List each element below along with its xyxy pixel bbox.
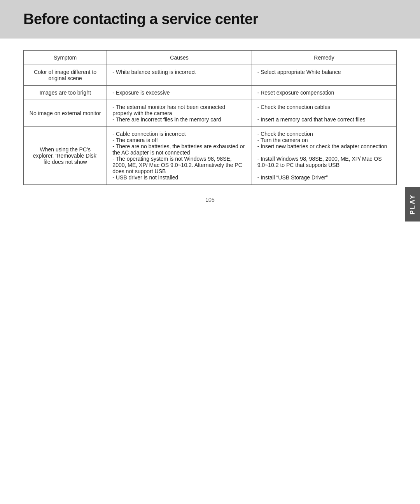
table-row: When using the PC’s explorer, ‘Removable… [24, 127, 397, 185]
remedy-cell: - Select appropriate White balance [252, 65, 396, 86]
page-header: Before contacting a service center [0, 0, 420, 39]
header-causes: Causes [107, 51, 252, 65]
table-row: No image on external monitor- The extern… [24, 100, 397, 127]
symptom-cell: When using the PC’s explorer, ‘Removable… [24, 127, 107, 185]
header-remedy: Remedy [252, 51, 396, 65]
remedy-cell: - Reset exposure compensation [252, 86, 396, 100]
table-header-row: Symptom Causes Remedy [24, 51, 397, 65]
symptom-cell: Images are too bright [24, 86, 107, 100]
main-content: Symptom Causes Remedy Color of image dif… [0, 50, 420, 185]
service-table: Symptom Causes Remedy Color of image dif… [23, 50, 397, 185]
remedy-cell: - Check the connection - Turn the camera… [252, 127, 396, 185]
header-symptom: Symptom [24, 51, 107, 65]
table-row: Images are too bright- Exposure is exces… [24, 86, 397, 100]
causes-cell: - Exposure is excessive [107, 86, 252, 100]
causes-cell: - Cable connection is incorrect - The ca… [107, 127, 252, 185]
causes-cell: - The external monitor has not been conn… [107, 100, 252, 127]
page-title: Before contacting a service center [23, 11, 397, 28]
page-number: 105 [0, 197, 420, 203]
table-row: Color of image different to original sce… [24, 65, 397, 86]
symptom-cell: No image on external monitor [24, 100, 107, 127]
play-tab: PLAY [405, 187, 420, 221]
symptom-cell: Color of image different to original sce… [24, 65, 107, 86]
causes-cell: - White balance setting is incorrect [107, 65, 252, 86]
remedy-cell: - Check the connection cables - Insert a… [252, 100, 396, 127]
